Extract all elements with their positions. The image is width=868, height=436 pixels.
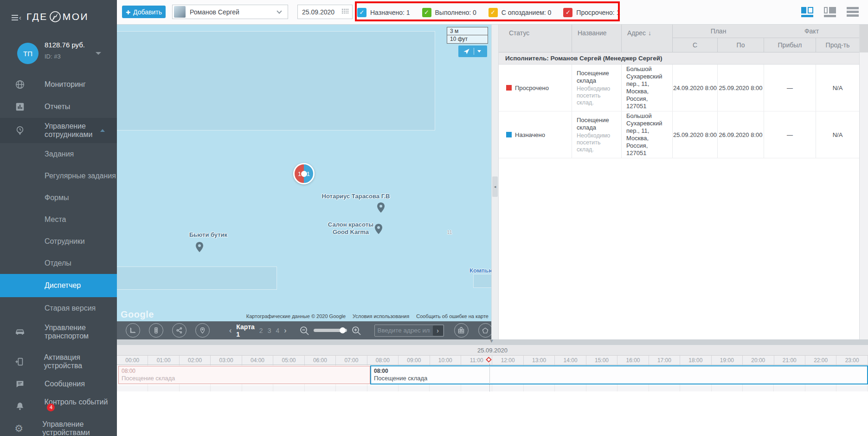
status-cell: Назначено xyxy=(499,111,572,158)
task-bar-overdue[interactable]: 08:00 Посещение склада xyxy=(118,366,370,384)
timeline-splitter[interactable]: ▼ xyxy=(117,339,868,345)
locate-button[interactable] xyxy=(458,46,487,57)
sidebar-item-device-activation[interactable]: Активация устройства xyxy=(0,351,117,373)
message-icon xyxy=(14,379,26,389)
address-search-input[interactable] xyxy=(375,327,433,334)
column-header-from[interactable]: С xyxy=(673,38,718,52)
hour-tick: 15:00 xyxy=(586,356,617,364)
column-header-arrived[interactable]: Прибыл xyxy=(764,38,816,52)
sidebar-item-dispatcher[interactable]: Диспетчер xyxy=(0,274,117,297)
layout-map-table-icon[interactable] xyxy=(801,7,813,17)
zoom-slider-knob[interactable] xyxy=(340,327,346,333)
filter-late[interactable]: С опозданием: 0 xyxy=(489,8,552,17)
map-canvas[interactable]: 1 1 Нотариус Тарасова Г.В Салон красоты … xyxy=(117,25,491,339)
status-color-square xyxy=(506,85,512,91)
column-header-to[interactable]: По xyxy=(718,38,764,52)
column-header-address[interactable]: Адрес ↓ xyxy=(622,25,673,52)
table-row[interactable]: Просрочено Посещение склада Необходимо п… xyxy=(499,65,859,111)
hour-tick: 14:00 xyxy=(555,356,586,364)
status-label: Просрочено xyxy=(515,85,549,91)
sidebar-item-label: Управление устройствами xyxy=(42,420,117,436)
sidebar-item-reports[interactable]: Отчеты xyxy=(0,96,117,118)
sidebar-item-tasks[interactable]: Задания xyxy=(0,143,117,165)
poi-label: Бьюти бутик xyxy=(189,231,227,239)
places-layer-button[interactable] xyxy=(195,323,210,338)
zoom-out-icon[interactable] xyxy=(299,325,310,336)
task-cluster-marker[interactable]: 1 1 xyxy=(293,163,315,184)
sidebar-item-monitoring[interactable]: Мониторинг xyxy=(0,73,117,96)
column-header-status[interactable]: Статус xyxy=(499,25,572,52)
plan-to-cell: 25.09.2020 8:00 xyxy=(718,65,764,111)
column-header-plan[interactable]: План xyxy=(673,25,764,38)
map-pin-icon[interactable] xyxy=(195,241,204,253)
next-map-button[interactable]: › xyxy=(284,326,286,335)
chevron-down-icon[interactable] xyxy=(477,50,481,52)
sidebar-item-label: Старая версия xyxy=(45,304,96,312)
layout-rows-icon[interactable] xyxy=(847,7,859,17)
vertical-scrollbar[interactable] xyxy=(859,25,868,339)
user-account[interactable]: ТП 8128.76 руб. ID: #3 xyxy=(0,41,117,69)
sidebar-item-label: Отделы xyxy=(45,259,71,267)
top-toolbar: Добавить Романов Сергей 25.09.2020 Назна… xyxy=(117,0,868,25)
map-page-current[interactable]: Карта 1 xyxy=(236,323,255,338)
filter-label: Выполнено: 0 xyxy=(435,9,476,16)
map-pin-icon[interactable] xyxy=(377,202,385,213)
sidebar-menu: Мониторинг Отчеты Управление сот xyxy=(0,73,117,436)
map-building-block xyxy=(117,267,277,290)
sidebar-item-label: Диспетчер xyxy=(45,281,81,290)
sidebar-item-transport-management[interactable]: Управление транспортом xyxy=(0,319,117,345)
add-task-button[interactable]: Добавить xyxy=(122,6,166,18)
zoom-in-icon[interactable] xyxy=(351,325,362,336)
sidebar-item-places[interactable]: Места xyxy=(0,208,117,230)
date-input[interactable]: 25.09.2020 xyxy=(297,5,353,19)
zoom-slider[interactable] xyxy=(314,329,347,332)
address-search: › xyxy=(374,325,444,337)
filter-completed[interactable]: Выполнено: 0 xyxy=(422,8,476,17)
sidebar-item-event-control[interactable]: Контроль событий4 xyxy=(0,395,117,417)
map-page-4[interactable]: 4 xyxy=(276,327,279,334)
map-attribution: Картографические данные © 2020 Google Ус… xyxy=(246,313,489,319)
panel-splitter[interactable]: ◂ xyxy=(491,25,499,339)
map-page-3[interactable]: 3 xyxy=(268,327,271,334)
sidebar-item-recurring-tasks[interactable]: Регулярные задания xyxy=(0,165,117,187)
calendar-grid-icon xyxy=(342,9,349,15)
sidebar-item-employees[interactable]: Сотрудники xyxy=(0,230,117,252)
sidebar-item-forms[interactable]: Формы xyxy=(0,187,117,208)
map-pager: ‹ Карта 1 2 3 4 › xyxy=(229,323,287,338)
share-route-button[interactable] xyxy=(172,323,186,338)
plus-icon xyxy=(126,8,130,16)
sidebar-item-messages[interactable]: Сообщения xyxy=(0,373,117,395)
prev-map-button[interactable]: ‹ xyxy=(229,326,231,335)
geocode-map-button[interactable] xyxy=(454,323,469,338)
filter-label: Назначено: 1 xyxy=(370,9,410,16)
sidebar-item-device-management[interactable]: ⚙ Управление устройствами xyxy=(0,417,117,436)
sidebar: ‹ ГДЕ МОИ ТП 8128.76 руб. ID: #3 xyxy=(0,0,117,436)
map-pin-icon[interactable] xyxy=(374,223,383,234)
dispatcher-page: ‹ ГДЕ МОИ ТП 8128.76 руб. ID: #3 xyxy=(0,0,868,436)
terms-link[interactable]: Условия использования xyxy=(353,313,409,319)
sidebar-item-departments[interactable]: Отделы xyxy=(0,252,117,274)
column-header-name[interactable]: Название xyxy=(572,25,622,52)
report-error-link[interactable]: Сообщить об ошибке на карте xyxy=(416,313,489,319)
employee-select[interactable]: Романов Сергей xyxy=(172,5,288,19)
traffic-tool-button[interactable] xyxy=(149,323,163,338)
collapse-sidebar-icon[interactable]: ‹ xyxy=(12,14,26,21)
sidebar-group-employee-management[interactable]: Управление сотрудниками xyxy=(0,118,117,143)
plan-to-cell: 26.09.2020 8:00 xyxy=(718,111,764,158)
column-header-fact[interactable]: Факт xyxy=(764,25,859,38)
sidebar-item-label: Управление транспортом xyxy=(45,324,114,340)
table-row[interactable]: Назначено Посещение склада Необходимо по… xyxy=(499,111,859,158)
geofence-button[interactable] xyxy=(478,323,491,338)
filter-assigned[interactable]: Назначено: 1 xyxy=(357,8,410,17)
address-search-go-button[interactable]: › xyxy=(433,325,443,336)
chevron-down-icon xyxy=(96,52,101,55)
column-header-duration[interactable]: Прод-ть xyxy=(816,38,859,52)
sidebar-item-old-version[interactable]: Старая версия xyxy=(0,297,117,319)
filter-overdue[interactable]: Просрочено: 1 xyxy=(563,8,620,17)
map-page-2[interactable]: 2 xyxy=(259,327,263,334)
ruler-tool-button[interactable] xyxy=(126,323,140,338)
task-bar-assigned[interactable]: 08:00 Посещение склада xyxy=(370,365,868,384)
splitter-handle[interactable]: ◂ xyxy=(492,176,498,197)
car-icon xyxy=(14,326,26,338)
layout-table-map-icon[interactable] xyxy=(824,7,836,17)
